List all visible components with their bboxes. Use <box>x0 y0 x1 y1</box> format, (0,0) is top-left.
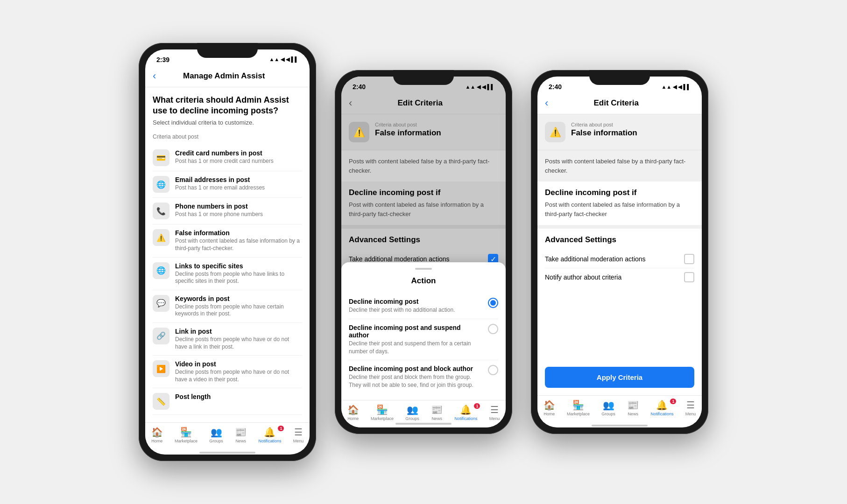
notify-checkbox-3[interactable] <box>684 272 694 282</box>
criteria-desc: Post has 1 or more phone numbers <box>175 211 302 218</box>
action-radio[interactable] <box>488 365 498 375</box>
criteria-icon: ▶️ <box>153 360 169 377</box>
criteria-section-label: Criteria about post <box>153 133 302 140</box>
tab-notifications[interactable]: 🔔1Notifications <box>454 404 477 421</box>
list-item[interactable]: 🌐 Links to specific sites Decline posts … <box>153 258 302 290</box>
menu-label: Menu <box>293 439 304 443</box>
criteria-desc-text-3: Posts with content labeled false by a th… <box>545 157 694 175</box>
list-item[interactable]: 📏 Post length <box>153 388 302 415</box>
decline-body-2: Post with content labeled as false infor… <box>349 200 498 218</box>
tab-news[interactable]: 📰News <box>431 404 443 421</box>
criteria-desc: Decline posts from people who have or do… <box>175 369 302 383</box>
apply-criteria-button[interactable]: Apply Criteria <box>545 367 694 388</box>
news-label: News <box>628 412 638 416</box>
menu-label: Menu <box>489 416 500 421</box>
groups-icon: 👥 <box>407 404 418 415</box>
criteria-desc: Post has 1 or more email addresses <box>175 184 302 192</box>
back-button-2[interactable]: ‹ <box>349 97 352 109</box>
status-icons-1: ▲▲ ◀ ◀ ▌▌ <box>269 56 298 63</box>
criteria-info-name-2: False information <box>375 128 498 138</box>
take-moderation-label-3: Take additional moderation actions <box>545 255 684 263</box>
tab-notifications[interactable]: 🔔1Notifications <box>650 399 673 416</box>
notch-1 <box>197 43 258 58</box>
list-item[interactable]: ▶️ Video in post Decline posts from peop… <box>153 356 302 388</box>
home-indicator-3 <box>592 425 648 427</box>
action-option-text: Decline incoming post and suspend author… <box>349 324 482 356</box>
criteria-text: Post length <box>175 393 302 401</box>
tab-news[interactable]: 📰News <box>627 399 639 416</box>
back-button-3[interactable]: ‹ <box>545 97 548 109</box>
criteria-text: Links to specific sites Decline posts fr… <box>175 262 302 285</box>
tab-marketplace[interactable]: 🏪Marketplace <box>371 404 394 421</box>
marketplace-icon: 🏪 <box>572 399 584 411</box>
tab-menu[interactable]: ☰Menu <box>489 404 500 421</box>
list-item[interactable]: ⚠️ False information Post with content l… <box>153 224 302 257</box>
action-option-title: Decline incoming post and suspend author <box>349 324 482 339</box>
status-time-3: 2:40 <box>549 83 562 91</box>
tab-news[interactable]: 📰News <box>235 427 247 443</box>
criteria-info-text-3: Criteria about post False information <box>571 122 694 138</box>
criteria-desc-block-2: Posts with content labeled false by a th… <box>341 150 506 182</box>
advanced-settings-title-3: Advanced Settings <box>545 235 694 245</box>
tab-groups[interactable]: 👥Groups <box>209 427 223 443</box>
criteria-name: False information <box>175 229 302 237</box>
groups-label: Groups <box>209 439 223 443</box>
list-item[interactable]: 💳 Credit card numbers in post Post has 1… <box>153 145 302 171</box>
tab-groups[interactable]: 👥Groups <box>405 404 419 421</box>
tab-groups[interactable]: 👥Groups <box>601 399 615 416</box>
tab-marketplace[interactable]: 🏪Marketplace <box>567 399 590 416</box>
status-icons-3: ▲▲ ◀ ◀ ▌▌ <box>661 84 691 90</box>
action-option-desc: Decline their post with no additional ac… <box>349 306 482 314</box>
action-option[interactable]: Decline incoming post Decline their post… <box>349 293 498 319</box>
action-option-desc: Decline their post and suspend them for … <box>349 340 482 356</box>
notify-row-3[interactable]: Notify author about criteria <box>545 268 694 286</box>
decline-block-3: Decline incoming post if Post with conte… <box>537 182 702 225</box>
list-item[interactable]: 📞 Phone numbers in post Post has 1 or mo… <box>153 198 302 224</box>
action-options-list: Decline incoming post Decline their post… <box>349 293 498 394</box>
tab-menu[interactable]: ☰Menu <box>293 427 304 443</box>
tab-badge: 1 <box>278 426 284 431</box>
back-button-1[interactable]: ‹ <box>153 70 156 82</box>
criteria-name: Link in post <box>175 328 302 335</box>
action-sheet-2: Action Decline incoming post Decline the… <box>341 262 506 401</box>
criteria-info-text-2: Criteria about post False information <box>375 122 498 138</box>
take-moderation-label-2: Take additional moderation actions <box>349 255 488 263</box>
action-option[interactable]: Decline incoming post and block author D… <box>349 360 498 394</box>
take-moderation-row-3[interactable]: Take additional moderation actions <box>545 250 694 268</box>
phone-3: 2:40 ▲▲ ◀ ◀ ▌▌ ‹ Edit Criteria ⚠️ Criter… <box>531 70 708 434</box>
marketplace-icon: 🏪 <box>180 427 192 438</box>
action-radio[interactable] <box>488 298 498 308</box>
criteria-desc: Post has 1 or more credit card numbers <box>175 158 302 165</box>
list-item[interactable]: 🔗 Link in post Decline posts from people… <box>153 323 302 356</box>
groups-label: Groups <box>601 412 615 416</box>
sheet-title-2: Action <box>349 276 498 286</box>
phone-1: 2:39 ▲▲ ◀ ◀ ▌▌ ‹ Manage Admin Assist Wha… <box>139 43 316 462</box>
tab-notifications[interactable]: 🔔1Notifications <box>258 427 281 443</box>
tab-badge: 1 <box>670 399 676 404</box>
criteria-text: Credit card numbers in post Post has 1 o… <box>175 149 302 165</box>
list-item[interactable]: 💬 Keywords in post Decline posts from pe… <box>153 290 302 323</box>
criteria-name: Credit card numbers in post <box>175 149 302 157</box>
nav-header-1: ‹ Manage Admin Assist <box>145 66 310 87</box>
decline-title-3: Decline incoming post if <box>545 188 694 197</box>
action-option[interactable]: Decline incoming post and suspend author… <box>349 319 498 361</box>
news-icon: 📰 <box>431 404 443 415</box>
news-label: News <box>431 416 442 421</box>
groups-label: Groups <box>405 416 419 421</box>
tab-home[interactable]: 🏠Home <box>151 427 163 443</box>
groups-icon: 👥 <box>603 399 614 411</box>
list-item[interactable]: 🌐 Email addresses in post Post has 1 or … <box>153 171 302 198</box>
tab-home[interactable]: 🏠Home <box>543 399 555 416</box>
criteria-name: Post length <box>175 393 302 400</box>
news-icon: 📰 <box>235 427 247 438</box>
take-moderation-checkbox-3[interactable] <box>684 254 694 264</box>
criteria-name: Phone numbers in post <box>175 203 302 210</box>
criteria-list: 💳 Credit card numbers in post Post has 1… <box>153 145 302 415</box>
home-indicator-2 <box>395 423 452 425</box>
action-radio[interactable] <box>488 324 498 334</box>
menu-icon: ☰ <box>490 404 499 415</box>
tab-menu[interactable]: ☰Menu <box>685 399 696 416</box>
tab-home[interactable]: 🏠Home <box>347 404 359 421</box>
tab-marketplace[interactable]: 🏪Marketplace <box>175 427 198 443</box>
marketplace-label: Marketplace <box>371 416 394 421</box>
